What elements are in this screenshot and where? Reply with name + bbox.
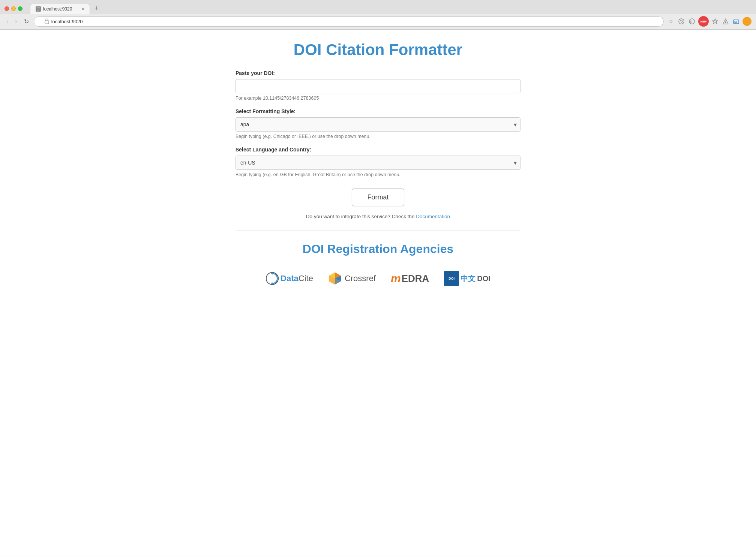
datacite-icon — [266, 272, 279, 285]
profile-icon[interactable] — [742, 17, 752, 26]
cnki-chinese-text: 中文 — [460, 274, 476, 284]
title-bar: localhost:9020 × + — [0, 0, 756, 14]
svg-point-6 — [725, 22, 726, 23]
svg-rect-1 — [45, 21, 49, 24]
tab-bar: localhost:9020 × + — [30, 3, 752, 14]
forward-button[interactable]: › — [13, 17, 19, 25]
documentation-link[interactable]: Documentation — [416, 214, 450, 219]
minimize-window-button[interactable] — [11, 6, 16, 11]
style-section: Select Formatting Style: apa Chicago IEE… — [236, 108, 520, 139]
browser-chrome: localhost:9020 × + ‹ › ↻ localhost:9020 … — [0, 0, 756, 30]
bookmark-star-icon[interactable]: ☆ — [667, 17, 675, 25]
cnki-logo: DOI 中文 DOI — [444, 271, 490, 286]
extension-icon-3[interactable] — [711, 17, 719, 25]
integration-text: Do you want to integrate this service? C… — [236, 214, 520, 219]
language-hint: Begin typing (e.g. en-GB for English, Gr… — [236, 172, 520, 177]
tab-title: localhost:9020 — [43, 6, 72, 12]
style-hint: Begin typing (e.g. Chicago or IEEE.) or … — [236, 134, 520, 139]
svg-point-2 — [679, 19, 684, 24]
language-section: Select Language and Country: en-US en-GB… — [236, 147, 520, 177]
active-tab[interactable]: localhost:9020 × — [30, 4, 90, 14]
language-label: Select Language and Country: — [236, 147, 520, 153]
doi-input[interactable] — [236, 79, 520, 93]
page-content: DOI Citation Formatter Paste your DOI: F… — [0, 30, 756, 557]
agencies-title: DOI Registration Agencies — [236, 242, 520, 256]
traffic-lights — [4, 6, 22, 11]
format-button-row: Format — [236, 189, 520, 206]
reload-button[interactable]: ↻ — [22, 17, 31, 26]
extension-icon-1[interactable] — [677, 17, 686, 25]
integration-label: Do you want to integrate this service? C… — [306, 214, 415, 219]
main-container: DOI Citation Formatter Paste your DOI: F… — [228, 30, 528, 308]
cnki-doi-text: DOI — [477, 274, 490, 283]
crossref-icon — [328, 272, 342, 285]
crossref-name: Crossref — [345, 274, 376, 283]
address-bar[interactable]: localhost:9020 — [34, 16, 664, 27]
extension-icon-2[interactable]: S — [688, 17, 696, 25]
toolbar-icons: ☆ S NEW M — [667, 16, 752, 27]
cnki-box-text: DOI — [448, 277, 454, 281]
page-title: DOI Citation Formatter — [236, 41, 520, 59]
medra-logo: m EDRA — [391, 272, 429, 285]
style-label: Select Formatting Style: — [236, 108, 520, 114]
style-select-wrapper: apa Chicago IEEE MLA ▾ — [236, 117, 520, 132]
style-select[interactable]: apa Chicago IEEE MLA — [236, 117, 520, 132]
lock-icon — [45, 18, 49, 25]
datacite-logo: DataCite — [266, 272, 313, 285]
doi-section: Paste your DOI: For example 10.1145/2783… — [236, 70, 520, 101]
tab-close-button[interactable]: × — [81, 6, 84, 12]
doi-hint: For example 10.1145/2783446.2783605 — [236, 96, 520, 101]
datacite-name: DataCite — [280, 274, 313, 283]
extension-icon-4[interactable] — [722, 17, 730, 25]
address-bar-row: ‹ › ↻ localhost:9020 ☆ S NEW — [0, 14, 756, 29]
svg-point-12 — [271, 283, 273, 284]
new-badge-label: NEW — [700, 20, 706, 23]
cnki-box-icon: DOI — [444, 271, 459, 286]
format-button[interactable]: Format — [352, 189, 404, 206]
agencies-row: DataCite Crossref m EDRA — [236, 267, 520, 293]
close-window-button[interactable] — [4, 6, 9, 11]
doi-label: Paste your DOI: — [236, 70, 520, 76]
maximize-window-button[interactable] — [18, 6, 22, 11]
svg-point-11 — [271, 273, 273, 274]
medra-m-letter: m — [391, 272, 401, 285]
svg-text:S: S — [690, 20, 692, 24]
crossref-logo: Crossref — [328, 272, 376, 285]
new-badge-icon[interactable]: NEW — [698, 16, 709, 27]
svg-text:M: M — [734, 20, 737, 24]
extension-icon-5[interactable]: M — [732, 17, 740, 25]
section-divider — [236, 231, 520, 231]
language-select-wrapper: en-US en-GB fr-FR de-DE ▾ — [236, 156, 520, 170]
address-text: localhost:9020 — [51, 19, 83, 24]
language-select[interactable]: en-US en-GB fr-FR de-DE — [236, 156, 520, 170]
tab-favicon-icon — [36, 6, 41, 12]
medra-name: EDRA — [402, 273, 429, 284]
back-button[interactable]: ‹ — [4, 17, 10, 25]
new-tab-button[interactable]: + — [92, 3, 102, 14]
